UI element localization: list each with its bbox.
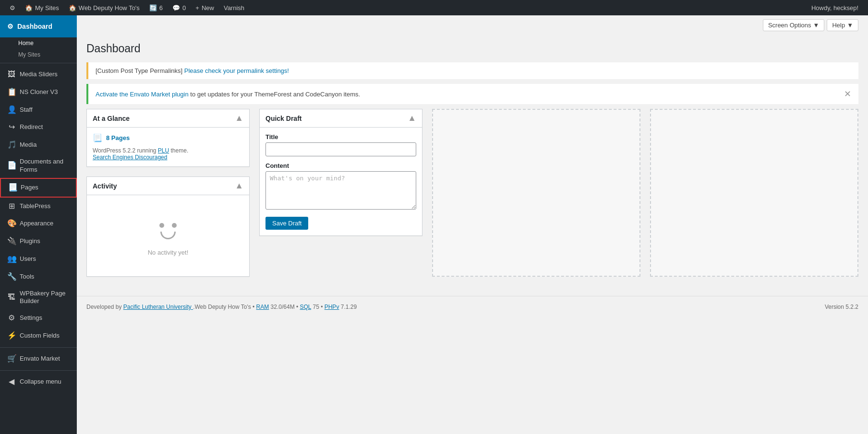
envato-notice-link[interactable]: Activate the Envato Market plugin	[96, 91, 190, 98]
quick-draft-title: Quick Draft	[265, 115, 301, 122]
quick-draft-toggle[interactable]: ▲	[408, 113, 416, 123]
footer-php-value: 7.1.29	[341, 304, 357, 310]
activity-toggle[interactable]: ▲	[235, 181, 243, 191]
pages-count-link[interactable]: 8 Pages	[106, 134, 130, 141]
save-draft-button[interactable]: Save Draft	[265, 217, 308, 230]
adminbar-new[interactable]: + New	[191, 0, 219, 15]
sidebar-label: Plugins	[20, 237, 40, 246]
footer-version: Version 5.2.2	[825, 304, 858, 310]
footer-plu-link[interactable]: Pacific Lutheran University	[123, 304, 193, 310]
activity-widget: Activity ▲ No activity yet!	[86, 176, 250, 277]
at-a-glance-header: At a Glance ▲	[87, 109, 249, 128]
adminbar-varnish[interactable]: Varnish	[219, 0, 249, 15]
staff-icon: 👤	[7, 105, 16, 115]
footer-sql-link[interactable]: SQL	[300, 304, 312, 310]
footer-ram-link[interactable]: RAM	[256, 304, 269, 310]
smiley-face	[154, 215, 182, 244]
page-title: Dashboard	[86, 42, 141, 55]
sidebar-label: Staff	[20, 106, 33, 114]
theme-link[interactable]: PLU	[158, 147, 169, 154]
dashboard-col-middle: Quick Draft ▲ Title Content	[259, 109, 422, 277]
notice-prefix: [Custom Post Type Permalinks]	[96, 67, 182, 74]
footer-site-suffix: .Web Deputy How To's •	[193, 304, 254, 310]
sidebar-item-media[interactable]: 🎵 Media	[0, 136, 77, 154]
sidebar-label: Media	[20, 141, 36, 149]
at-glance-pages: 📃 8 Pages	[93, 133, 243, 142]
activity-header: Activity ▲	[87, 177, 249, 195]
tablepress-icon: ⊞	[7, 201, 16, 211]
adminbar-my-sites[interactable]: 🏠 My Sites	[20, 0, 64, 15]
sidebar-label: Redirect	[20, 123, 43, 131]
redirect-icon: ↪	[7, 122, 16, 132]
updates-count: 6	[159, 4, 163, 12]
sidebar-label: Documents and Forms	[20, 158, 70, 174]
adminbar-howdy: Howdy, hecksep!	[807, 4, 863, 12]
sidebar-item-tablepress[interactable]: ⊞ TablePress	[0, 198, 77, 215]
sidebar-item-wpbakery[interactable]: 🏗 WPBakery Page Builder	[0, 286, 77, 310]
sidebar-item-media-sliders[interactable]: 🖼 Media Sliders	[0, 66, 77, 83]
documents-icon: 📄	[7, 161, 16, 171]
my-sites-icon: 🏠	[25, 4, 33, 12]
comments-icon: 💬	[172, 4, 180, 12]
eye-right	[172, 223, 177, 228]
sidebar-item-home[interactable]: Home	[0, 37, 77, 49]
sidebar-item-tools[interactable]: 🔧 Tools	[0, 268, 77, 286]
adminbar-site-name[interactable]: 🏠 Web Deputy How To's	[64, 0, 145, 15]
users-icon: 👥	[7, 254, 16, 264]
top-bar: Screen Options ▼ Help ▼	[77, 15, 868, 35]
sidebar-label: TablePress	[20, 202, 50, 211]
sidebar-item-ns-cloner[interactable]: 📋 NS Cloner V3	[0, 83, 77, 101]
quick-draft-content-input[interactable]	[265, 171, 416, 210]
site-name-icon: 🏠	[69, 4, 76, 12]
sidebar-item-custom-fields[interactable]: ⚡ Custom Fields	[0, 327, 77, 345]
sidebar-item-my-sites[interactable]: My Sites	[0, 49, 77, 60]
adminbar-comments[interactable]: 💬 0	[168, 0, 191, 15]
sidebar-label: Appearance	[20, 220, 53, 228]
footer-php-link[interactable]: PHPv	[325, 304, 339, 310]
sidebar-sep-1	[0, 63, 77, 63]
wp-logo-icon: ⚙	[10, 4, 15, 12]
chevron-down-icon: ▼	[813, 22, 820, 29]
sidebar-item-users[interactable]: 👥 Users	[0, 250, 77, 268]
dashboard-col-left: At a Glance ▲ 📃 8 Pages WordPr	[86, 109, 250, 277]
admin-bar: ⚙ 🏠 My Sites 🏠 Web Deputy How To's 🔄 6 💬…	[0, 0, 868, 15]
sidebar-item-documents-forms[interactable]: 📄 Documents and Forms	[0, 154, 77, 178]
permalink-notice-text: [Custom Post Type Permalinks] Please che…	[96, 67, 289, 74]
adminbar-wp-logo[interactable]: ⚙	[5, 0, 20, 15]
dashboard-col-right	[432, 109, 858, 277]
sidebar-item-redirect[interactable]: ↪ Redirect	[0, 118, 77, 136]
permalink-notice-link[interactable]: Please check your permalink settings!	[184, 67, 289, 74]
sidebar-collapse-menu[interactable]: ◀ Collapse menu	[0, 373, 77, 391]
at-a-glance-toggle[interactable]: ▲	[235, 113, 243, 123]
screen-options-button[interactable]: Screen Options ▼	[763, 19, 824, 31]
sidebar-item-envato-market[interactable]: 🛒 Envato Market	[0, 350, 77, 368]
footer-ram-value: 32.0/64M	[271, 304, 295, 310]
sidebar-label: Custom Fields	[20, 332, 60, 340]
quick-draft-widget: Quick Draft ▲ Title Content	[259, 109, 422, 236]
site-name-label: Web Deputy How To's	[79, 4, 140, 12]
plugins-icon: 🔌	[7, 236, 16, 246]
envato-notice-dismiss[interactable]: ✕	[844, 89, 851, 99]
sidebar-label: Tools	[20, 273, 34, 281]
sidebar-item-plugins[interactable]: 🔌 Plugins	[0, 233, 77, 250]
placeholder-box-2	[650, 109, 858, 277]
sidebar-item-pages[interactable]: 📃 Pages	[0, 178, 77, 198]
sidebar-dashboard-header[interactable]: ⚙ Dashboard	[0, 15, 77, 37]
sidebar-item-appearance[interactable]: 🎨 Appearance	[0, 215, 77, 233]
sidebar-item-settings[interactable]: ⚙ Settings	[0, 309, 77, 327]
dashboard-grid: At a Glance ▲ 📃 8 Pages WordPr	[86, 109, 858, 277]
activity-empty: No activity yet!	[93, 201, 243, 270]
quick-draft-title-input[interactable]	[265, 142, 416, 156]
adminbar-updates[interactable]: 🔄 6	[145, 0, 168, 15]
help-button[interactable]: Help ▼	[827, 19, 858, 31]
quick-draft-header: Quick Draft ▲	[260, 109, 422, 128]
envato-notice-text: Activate the Envato Market plugin to get…	[96, 91, 360, 98]
sidebar-item-staff[interactable]: 👤 Staff	[0, 101, 77, 119]
envato-icon: 🛒	[7, 354, 16, 364]
search-discouraged-link[interactable]: Search Engines Discouraged	[93, 154, 167, 161]
appearance-icon: 🎨	[7, 219, 16, 229]
wpbakery-icon: 🏗	[7, 293, 16, 303]
pages-count-icon: 📃	[93, 133, 102, 142]
media-icon: 🎵	[7, 140, 16, 150]
activity-title: Activity	[93, 182, 117, 190]
